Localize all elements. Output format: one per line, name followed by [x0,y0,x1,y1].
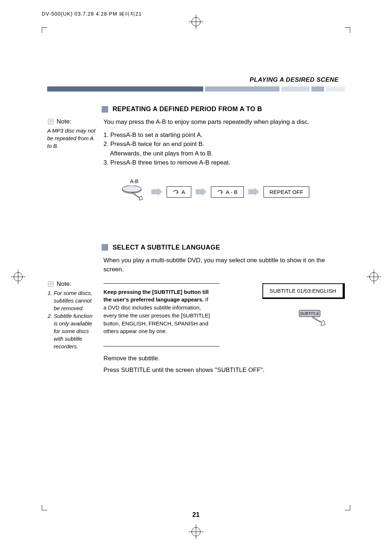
step2: 2. PressA-B twice for an end point B. [103,139,345,149]
svg-text:SUBTITLE: SUBTITLE [300,311,319,316]
header-stamp: DV-500(UK) 03.7.28 4:28 PM 페이지21 [42,11,142,17]
page-number: 21 [192,511,200,519]
section1-intro: You may press the A-B to enjoy some part… [103,117,345,127]
note2-item2: Subtitle function is only available for … [54,312,96,350]
arrow-icon [196,188,207,196]
svg-marker-19 [176,192,178,194]
remove-subtitle-heading: Remove the subtitle. [103,354,345,363]
remote-btn-ab-label: A-B [130,178,138,184]
note-label: Note: [57,118,72,125]
svg-marker-18 [151,188,162,196]
svg-marker-21 [221,192,222,194]
svg-marker-22 [248,188,259,196]
svg-point-17 [122,186,141,192]
osd-repeat-off: REPEAT OFF [264,186,310,198]
note1-body: A MP3 disc may not be repeated from A to… [47,127,96,150]
step2b: Afterwards, the unit plays from A to B. [103,149,345,158]
note-label: Note: [57,280,72,288]
svg-marker-20 [196,188,207,196]
crop-mark-bottom [189,524,203,540]
note-icon [47,281,55,287]
note-icon [47,118,55,125]
crop-mark-left [11,270,25,285]
section2-intro: When you play a multi-subtitle DVD, you … [103,256,345,274]
subtitle-osd: SUBTITLE 01/03:ENGLISH [262,283,345,299]
subtitle-button-icon: SUBTITLE [298,309,331,329]
arrow-icon [248,188,259,196]
subtitle-bold: Keep pressing the [SUBTITLE] button till… [103,289,209,303]
step1: 1. PressA-B to set a starting point A. [103,130,345,140]
section2-heading: SELECT A SUBTITLE LANGUAGE [113,244,220,251]
osd-ab: A - B [211,186,244,198]
crop-mark-right [367,270,381,285]
section1-heading: REPEATING A DEFINED PERIOD FROM A TO B [113,105,262,113]
section-bullet [102,106,108,113]
section-bullet [102,244,108,251]
arrow-icon [151,188,162,196]
ab-repeat-diagram: A-B A A - B [122,178,345,206]
page-section-header: PLAYING A DESIRED SCENE [47,76,345,84]
remote-button-icon [122,186,147,206]
step3: 3. PressA-B three times to remove A-B re… [103,158,345,167]
remove-subtitle-body: Press SUBTITLE until the screen shows "S… [103,365,345,375]
note2-item1: For some discs, subtitles cannot be remo… [54,289,96,312]
decorative-bar [47,86,345,92]
osd-a: A [167,186,191,198]
